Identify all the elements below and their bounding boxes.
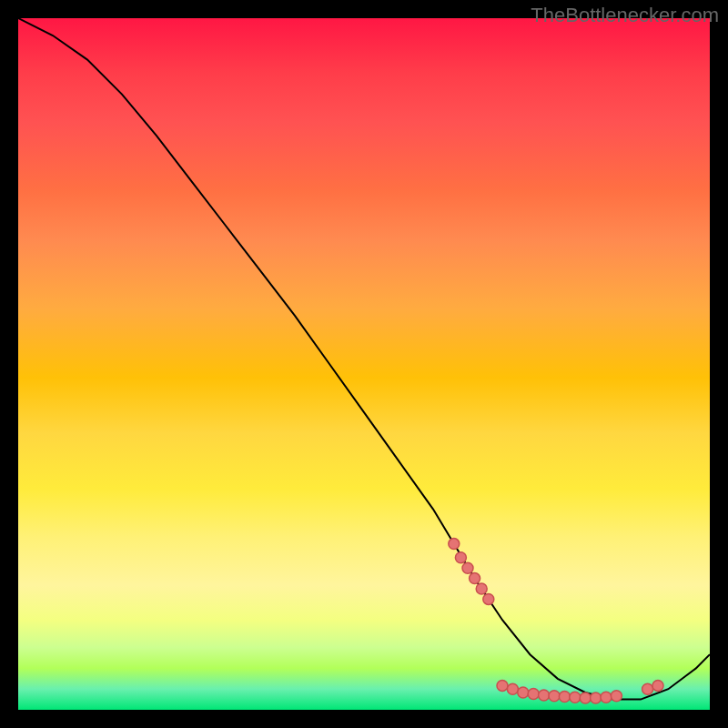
data-marker bbox=[455, 552, 466, 563]
data-marker bbox=[611, 691, 622, 702]
data-marker bbox=[449, 539, 460, 550]
data-marker bbox=[507, 683, 518, 694]
data-marker bbox=[652, 680, 663, 691]
data-marker bbox=[497, 680, 508, 691]
data-marker bbox=[549, 691, 560, 702]
plot-area bbox=[18, 18, 710, 710]
data-marker bbox=[483, 593, 494, 604]
data-marker bbox=[528, 689, 539, 700]
data-marker bbox=[642, 683, 653, 694]
data-marker bbox=[476, 583, 487, 594]
data-marker bbox=[462, 562, 473, 573]
data-marker bbox=[470, 573, 480, 584]
data-marker bbox=[570, 692, 581, 703]
data-marker bbox=[591, 693, 602, 703]
data-markers bbox=[449, 539, 663, 703]
bottleneck-curve bbox=[18, 18, 710, 700]
data-marker bbox=[518, 687, 529, 698]
data-marker bbox=[559, 692, 570, 703]
data-marker bbox=[539, 690, 550, 701]
chart-svg bbox=[18, 18, 710, 710]
data-marker bbox=[580, 693, 591, 703]
watermark-text: TheBottlenecker.com bbox=[531, 4, 719, 27]
data-marker bbox=[601, 692, 612, 703]
